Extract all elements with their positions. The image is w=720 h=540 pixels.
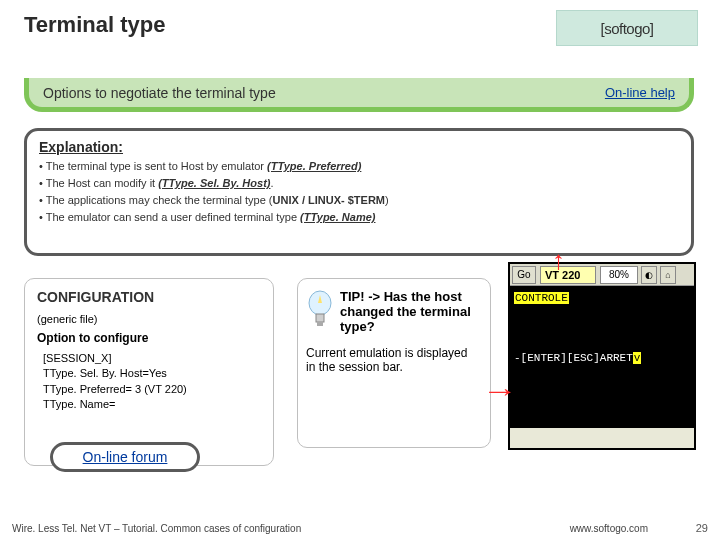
bullet-2-text: • The Host can modify it	[39, 177, 158, 189]
emulator-go-button[interactable]: Go	[512, 266, 536, 284]
emulator-window: Go VT 220 80% ◐ ⌂ CONTROLE -[ENTER][ESC]…	[508, 262, 696, 450]
page-title: Terminal type	[24, 12, 165, 38]
bullet-1-key: (TType. Preferred)	[267, 160, 361, 172]
tip-sub: Current emulation is displayed in the se…	[306, 346, 480, 374]
bullet-4: • The emulator can send a user defined t…	[39, 211, 679, 223]
emu-line-1: CONTROLE	[514, 292, 569, 304]
config-line-4: TType. Name=	[43, 397, 261, 412]
arrow-right-icon: →	[489, 386, 511, 399]
config-line-1: [SESSION_X]	[43, 351, 261, 366]
emulator-icon-2[interactable]: ⌂	[660, 266, 676, 284]
bullet-2: • The Host can modify it (TType. Sel. By…	[39, 177, 679, 189]
bullet-2-key: (TType. Sel. By. Host)	[158, 177, 270, 189]
config-lines: [SESSION_X] TType. Sel. By. Host=Yes TTy…	[37, 351, 261, 413]
bullet-1: • The terminal type is sent to Host by e…	[39, 160, 679, 172]
emulator-type-field[interactable]: VT 220	[540, 266, 596, 284]
configuration-box: CONFIGURATION (generic file) Option to c…	[24, 278, 274, 466]
bullet-3-key: UNIX / LINUX- $TERM	[273, 194, 385, 206]
tip-box: TIP! -> Has the host changed the termina…	[297, 278, 491, 448]
arrow-up-icon: ↑	[552, 254, 565, 267]
config-sub: (generic file)	[37, 313, 261, 325]
tip-text: TIP! -> Has the host changed the termina…	[340, 289, 480, 334]
footer: Wire. Less Tel. Net VT – Tutorial. Commo…	[12, 523, 708, 534]
banner-title: Options to negotiate the terminal type	[43, 85, 276, 101]
forum-pill: On-line forum	[50, 442, 200, 472]
bullet-4-text: • The emulator can send a user defined t…	[39, 211, 300, 223]
emu-line-2: -[ENTER][ESC]ARRETv	[514, 352, 690, 364]
emulator-body: CONTROLE -[ENTER][ESC]ARRETv →	[510, 286, 694, 428]
svg-rect-2	[317, 322, 323, 326]
explanation-heading: Explanation:	[39, 139, 679, 155]
online-help-link[interactable]: On-line help	[605, 85, 675, 100]
emulator-zoom[interactable]: 80%	[600, 266, 638, 284]
bullet-3-post: )	[385, 194, 389, 206]
bullet-3: • The applications may check the termina…	[39, 194, 679, 206]
bullet-1-text: • The terminal type is sent to Host by e…	[39, 160, 267, 172]
footer-right: www.softogo.com	[570, 523, 648, 534]
emulator-icon-1[interactable]: ◐	[641, 266, 657, 284]
lightbulb-icon	[306, 289, 334, 333]
page-number: 29	[696, 522, 708, 534]
config-heading: CONFIGURATION	[37, 289, 261, 305]
config-line-3: TType. Preferred= 3 (VT 220)	[43, 382, 261, 397]
online-forum-link[interactable]: On-line forum	[83, 449, 168, 465]
svg-rect-1	[316, 314, 324, 322]
logo: [softogo]	[556, 10, 698, 46]
config-option-label: Option to configure	[37, 331, 261, 345]
emulator-toolbar: Go VT 220 80% ◐ ⌂	[510, 264, 694, 286]
bullet-4-key: (TType. Name)	[300, 211, 375, 223]
footer-left: Wire. Less Tel. Net VT – Tutorial. Commo…	[12, 523, 301, 534]
banner: Options to negotiate the terminal type O…	[24, 78, 694, 112]
config-line-2: TType. Sel. By. Host=Yes	[43, 366, 261, 381]
bullet-3-text: • The applications may check the termina…	[39, 194, 273, 206]
bullet-2-post: .	[270, 177, 273, 189]
explanation-box: Explanation: • The terminal type is sent…	[24, 128, 694, 256]
